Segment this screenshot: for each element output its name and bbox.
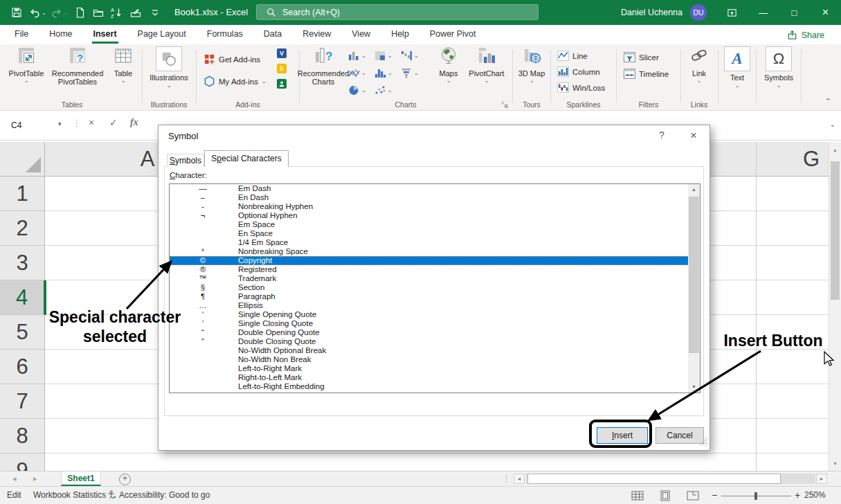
character-row[interactable]: Left-to-Right Mark	[170, 364, 700, 373]
sheet-nav-left-icon[interactable]: ◂	[12, 474, 17, 483]
tab-bar-splitter-icon[interactable]: ⋮	[503, 474, 510, 483]
character-row[interactable]: ©Copyright	[170, 256, 700, 265]
character-row[interactable]: ™Trademark	[170, 274, 700, 283]
sheet-nav-right-icon[interactable]: ▸	[33, 474, 37, 483]
list-scroll-down-icon[interactable]: ▼	[688, 381, 700, 393]
cancel-entry-button[interactable]: ×	[89, 117, 94, 128]
save-icon[interactable]	[11, 7, 22, 18]
redo-dropdown-icon[interactable]: ⌄	[64, 10, 69, 16]
page-break-preview-icon[interactable]	[687, 490, 699, 501]
dialog-resize-grip[interactable]	[699, 436, 708, 449]
character-row[interactable]: No-Width Non Break	[170, 355, 700, 364]
zoom-out-button[interactable]: −	[712, 489, 717, 501]
horizontal-scrollbar[interactable]	[526, 474, 815, 484]
character-row[interactable]: En Space	[170, 229, 700, 238]
funnel-chart-button[interactable]: ⌄	[401, 64, 427, 82]
add-sheet-button[interactable]: +	[119, 474, 131, 485]
row-header[interactable]: 5	[0, 315, 45, 350]
maximize-button[interactable]: □	[779, 0, 810, 25]
pivotchart-button[interactable]: PivotChart ⌄	[466, 46, 507, 84]
character-row[interactable]: Em Space	[170, 220, 700, 229]
redo-icon[interactable]	[51, 7, 62, 18]
name-box-dropdown-icon[interactable]: ▾	[58, 120, 62, 127]
zoom-in-button[interactable]: +	[795, 489, 800, 501]
character-row[interactable]: Right-to-Left Mark	[170, 373, 700, 382]
symbols-button[interactable]: Ω Symbols ⌄	[761, 46, 796, 89]
normal-view-icon[interactable]	[631, 490, 644, 501]
zoom-level[interactable]: 250%	[804, 490, 826, 500]
customize-quick-access-icon[interactable]	[150, 7, 161, 18]
slicer-button[interactable]: Slicer	[624, 52, 659, 62]
insert-button[interactable]: Insert	[597, 427, 648, 444]
text-button[interactable]: A Text ⌄	[724, 46, 750, 89]
sort-az-icon[interactable]: AZ	[111, 7, 122, 18]
ribbon-tab[interactable]: Page Layout	[127, 25, 197, 44]
column-chart-button[interactable]: ⌄	[348, 47, 374, 64]
character-row[interactable]: -Nonbreaking Hyphen	[170, 202, 700, 211]
character-row[interactable]: ®Registered	[170, 265, 700, 274]
addin-bing-icon[interactable]: b	[277, 64, 287, 73]
list-scroll-thumb[interactable]	[689, 197, 699, 353]
character-row[interactable]: §Section	[170, 283, 700, 292]
table-button[interactable]: Table ⌄	[109, 46, 138, 84]
pie-chart-button[interactable]: ⌄	[348, 82, 374, 99]
character-row[interactable]: ’Single Closing Quote	[170, 319, 700, 328]
hscroll-right-icon[interactable]: ►	[816, 474, 827, 484]
sparkline-winloss-button[interactable]: Win/Loss	[557, 82, 605, 93]
my-addins-button[interactable]: My Add-ins ⌄	[204, 75, 266, 87]
close-button[interactable]: ×	[810, 0, 841, 25]
hierarchy-chart-button[interactable]: ⌄	[374, 47, 401, 64]
ribbon-tab[interactable]: Help	[381, 25, 419, 44]
ribbon-tab[interactable]: View	[341, 25, 381, 44]
tab-special-characters[interactable]: Special Characters	[204, 150, 289, 167]
row-header[interactable]: 4	[0, 280, 45, 315]
list-scrollbar[interactable]: ▲ ▼	[688, 184, 700, 393]
character-row[interactable]: No-Width Optional Break	[170, 346, 700, 355]
row-header[interactable]: 2	[0, 211, 45, 246]
expand-formula-bar-icon[interactable]: ⌄	[830, 120, 835, 128]
ribbon-tab[interactable]: Data	[253, 25, 292, 44]
ribbon-tab[interactable]: File	[4, 25, 39, 44]
character-row[interactable]: ¶Paragraph	[170, 292, 700, 301]
ribbon-tab[interactable]: Home	[39, 25, 82, 44]
insert-function-button[interactable]: fx	[130, 117, 138, 128]
ribbon-tab[interactable]: Power Pivot	[419, 25, 487, 44]
character-row[interactable]: 1/4 Em Space	[170, 238, 700, 247]
character-row[interactable]: —Em Dash	[170, 184, 700, 193]
character-row[interactable]: Left-to-Right Embedding	[170, 382, 700, 391]
minimize-button[interactable]: —	[748, 0, 779, 25]
pivottable-button[interactable]: PivotTable ⌄	[7, 46, 46, 84]
ribbon-tab[interactable]: Review	[292, 25, 341, 44]
get-addins-button[interactable]: Get Add-ins	[204, 53, 260, 65]
user-avatar[interactable]: DU	[690, 4, 707, 21]
timeline-button[interactable]: Timeline	[624, 69, 669, 79]
link-button[interactable]: Link ⌄	[687, 46, 712, 84]
row-header[interactable]: 8	[0, 419, 45, 453]
character-row[interactable]: …Ellipsis	[170, 301, 700, 310]
ink-icon[interactable]	[130, 7, 141, 18]
collapse-ribbon-icon[interactable]: ⌃	[825, 97, 831, 106]
addin-visio-icon[interactable]: V	[277, 48, 287, 58]
dialog-close-button[interactable]: ×	[683, 129, 704, 143]
workbook-statistics-button[interactable]: Workbook Statistics	[33, 490, 106, 500]
accessibility-status[interactable]: Accessibility: Good to go	[119, 490, 210, 500]
sparkline-line-button[interactable]: Line	[557, 51, 588, 61]
vertical-scroll-thumb[interactable]	[831, 161, 840, 300]
new-file-icon[interactable]	[75, 7, 86, 18]
undo-icon[interactable]	[29, 7, 40, 18]
user-name[interactable]: Daniel Uchenna	[621, 8, 682, 17]
illustrations-button[interactable]: Illustrations ⌄	[146, 46, 192, 89]
tab-symbols[interactable]: Symbols	[167, 154, 204, 167]
3d-map-button[interactable]: 3D Map ⌄	[516, 46, 547, 84]
row-header[interactable]: 7	[0, 384, 45, 419]
row-header[interactable]: 3	[0, 246, 45, 280]
waterfall-chart-button[interactable]: ⌄	[401, 47, 427, 64]
zoom-slider-handle[interactable]	[754, 492, 757, 500]
sparkline-column-button[interactable]: Column	[557, 66, 600, 77]
row-header[interactable]: 6	[0, 350, 45, 384]
ribbon-tab[interactable]: Insert	[83, 25, 127, 44]
page-layout-view-icon[interactable]	[659, 490, 671, 501]
ribbon-display-options-icon[interactable]	[716, 0, 748, 25]
select-all-corner[interactable]	[0, 142, 45, 176]
scroll-up-icon[interactable]: ▲	[829, 143, 841, 156]
